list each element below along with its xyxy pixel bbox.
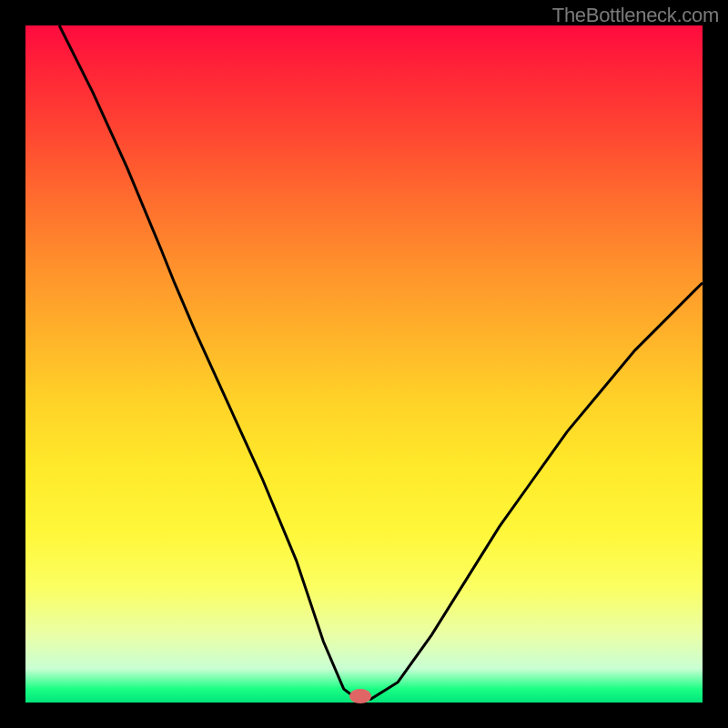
plot-area — [25, 25, 703, 703]
optimal-point-marker — [349, 689, 371, 703]
chart-container: TheBottleneck.com — [0, 0, 728, 728]
watermark-text: TheBottleneck.com — [552, 4, 719, 27]
bottleneck-curve — [25, 25, 703, 703]
